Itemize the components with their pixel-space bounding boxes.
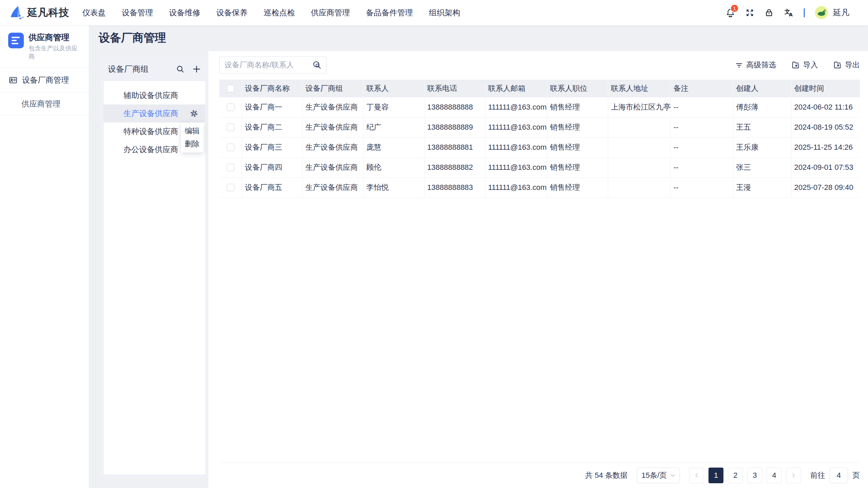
nav-item-equipment[interactable]: 设备管理 [122, 7, 153, 18]
row-checkbox[interactable] [227, 103, 234, 111]
group-item-auxiliary[interactable]: 辅助设备供应商 [104, 86, 205, 104]
chevron-right-icon [790, 472, 797, 479]
vendor-table: 设备厂商名称 设备厂商组 联系人 联系电话 联系人邮箱 联系人职位 联系人地址 … [219, 80, 860, 198]
table-row: 设备厂商四 生产设备供应商 顾伦 13888888882 111111@163.… [219, 158, 860, 178]
group-item-production-selected[interactable]: 生产设备供应商 [104, 104, 205, 123]
next-page-button[interactable] [786, 468, 801, 483]
content-area: 设备厂商组 辅助设备供应商 生产设备供应商 [89, 51, 868, 488]
cell-contact: 顾伦 [364, 158, 424, 177]
page-size-select[interactable]: 15条/页 [637, 468, 680, 483]
nav-item-dashboard[interactable]: 仪表盘 [82, 7, 106, 18]
vendor-table-sheet: 高级筛选 导入 [208, 51, 868, 488]
cell-note: -- [671, 97, 733, 117]
cell-group: 生产设备供应商 [303, 137, 364, 157]
col-header-phone: 联系电话 [424, 80, 485, 97]
cell-address [608, 158, 671, 177]
sidebar: 供应商管理 包含生产以及供应商 设备厂商管理 供应商管理 [0, 25, 89, 488]
svg-text:A: A [789, 12, 793, 17]
search-icon[interactable] [312, 60, 322, 70]
main-menu: 仪表盘 设备管理 设备维修 设备保养 巡检点检 供应商管理 备品备件管理 组织架… [82, 7, 460, 18]
goto-page-input[interactable] [830, 468, 848, 483]
cell-creator: 王五 [733, 117, 791, 137]
prev-page-button[interactable] [689, 468, 704, 483]
page-button-1[interactable]: 1 [708, 468, 723, 483]
export-icon [833, 61, 842, 69]
col-header-created: 创建时间 [791, 80, 860, 97]
navbar-right: 1 文 A [725, 6, 849, 19]
row-checkbox[interactable] [227, 144, 234, 151]
group-search-icon[interactable] [176, 65, 185, 74]
row-checkbox[interactable] [227, 184, 234, 191]
cell-email: 111111@163.com [485, 97, 547, 117]
sidebar-item-vendor-management[interactable]: 设备厂商管理 [0, 68, 89, 92]
cell-note: -- [671, 158, 733, 177]
group-gear-icon[interactable] [190, 109, 198, 118]
col-header-name: 设备厂商名称 [242, 80, 303, 97]
lock-icon[interactable] [764, 8, 774, 17]
fullscreen-icon[interactable] [745, 8, 754, 17]
cell-email: 111111@163.com [485, 137, 547, 157]
nav-item-inspection[interactable]: 巡检点检 [264, 7, 295, 18]
export-button[interactable]: 导出 [833, 60, 860, 70]
table-toolbar: 高级筛选 导入 [219, 56, 860, 74]
select-all-checkbox[interactable] [227, 85, 234, 92]
table-row: 设备厂商三 生产设备供应商 庞慧 13888888881 111111@163.… [219, 137, 860, 158]
cell-note: -- [671, 178, 733, 197]
col-header-creator: 创建人 [733, 80, 791, 97]
group-add-icon[interactable] [192, 65, 201, 74]
sidebar-item-supplier-management[interactable]: 供应商管理 [0, 93, 89, 115]
cell-name: 设备厂商三 [242, 137, 303, 157]
nav-item-repair[interactable]: 设备维修 [169, 7, 200, 18]
supplier-module-icon [8, 33, 24, 48]
cell-name: 设备厂商二 [242, 117, 303, 137]
cell-position: 销售经理 [547, 97, 608, 117]
cell-position: 销售经理 [547, 137, 608, 157]
cell-position: 销售经理 [547, 117, 608, 137]
page-button-4[interactable]: 4 [767, 468, 782, 483]
nav-item-supplier[interactable]: 供应商管理 [311, 7, 350, 18]
goto-label: 前往 [810, 470, 825, 481]
cell-address [608, 137, 671, 157]
cell-creator: 傅彭薄 [733, 97, 791, 117]
translate-icon[interactable]: 文 A [784, 7, 794, 18]
row-checkbox[interactable] [227, 164, 234, 171]
row-checkbox[interactable] [227, 124, 234, 131]
page-unit-label: 页 [852, 470, 860, 481]
brand-logo[interactable]: 延凡科技 [8, 5, 69, 20]
import-icon [791, 61, 800, 69]
nav-item-spareparts[interactable]: 备品备件管理 [366, 7, 413, 18]
advanced-filter-button[interactable]: 高级筛选 [735, 60, 776, 70]
page-button-3[interactable]: 3 [747, 468, 762, 483]
menu-item-delete[interactable]: 删除 [181, 137, 203, 150]
notification-bell-icon[interactable]: 1 [725, 8, 735, 18]
vendor-search-input[interactable] [224, 61, 312, 69]
col-header-email: 联系人邮箱 [485, 80, 547, 97]
nav-item-organization[interactable]: 组织架构 [429, 7, 460, 18]
table-row: 设备厂商一 生产设备供应商 丁曼容 13888888888 111111@163… [219, 97, 860, 117]
user-menu[interactable]: 延凡 [815, 6, 849, 19]
cell-created: 2025-11-25 14:26 [791, 137, 860, 157]
cell-group: 生产设备供应商 [303, 158, 364, 177]
table-row: 设备厂商二 生产设备供应商 纪广 13888888889 111111@163.… [219, 117, 860, 137]
cell-phone: 13888888888 [424, 97, 485, 117]
menu-item-edit[interactable]: 编辑 [181, 125, 203, 137]
sidebar-app-header: 供应商管理 包含生产以及供应商 [0, 25, 89, 67]
cell-address [608, 178, 671, 197]
avatar [815, 6, 828, 19]
nav-item-maintenance[interactable]: 设备保养 [216, 7, 248, 18]
vendor-group-panel: 设备厂商组 辅助设备供应商 生产设备供应商 [100, 57, 208, 478]
sidebar-item-label: 供应商管理 [21, 99, 61, 109]
table-actions: 高级筛选 导入 [735, 60, 860, 70]
table-header-row: 设备厂商名称 设备厂商组 联系人 联系电话 联系人邮箱 联系人职位 联系人地址 … [219, 80, 860, 97]
cell-phone: 13888888889 [424, 117, 485, 137]
cell-phone: 13888888882 [424, 158, 485, 177]
vendor-group-header: 设备厂商组 [100, 57, 208, 81]
cell-note: -- [671, 137, 733, 157]
cell-address: 上海市松江区九亭U [608, 97, 671, 117]
cell-address [608, 117, 671, 137]
top-navbar: 延凡科技 仪表盘 设备管理 设备维修 设备保养 巡检点检 供应商管理 备品备件管… [0, 0, 868, 25]
page-button-2[interactable]: 2 [728, 468, 743, 483]
cell-created: 2024-08-19 05:52 [791, 117, 860, 137]
col-header-note: 备注 [671, 80, 733, 97]
import-button[interactable]: 导入 [791, 60, 818, 70]
